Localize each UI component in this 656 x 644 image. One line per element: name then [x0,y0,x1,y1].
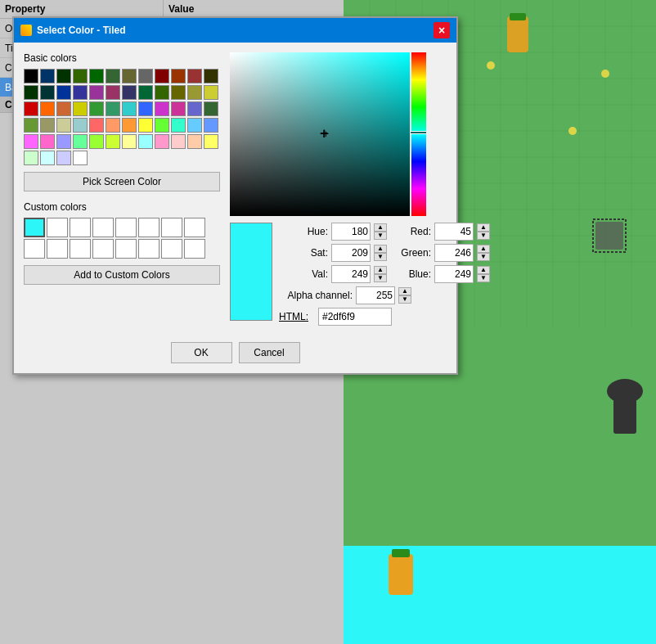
custom-color-cell[interactable] [92,239,114,259]
green-up-btn[interactable]: ▲ [477,245,490,253]
basic-color-cell[interactable] [171,69,186,83]
basic-color-cell[interactable] [138,85,153,100]
val-input[interactable] [331,265,371,283]
basic-color-cell[interactable] [89,69,104,83]
red-input[interactable] [434,223,474,241]
basic-color-cell[interactable] [40,101,55,116]
custom-color-cell[interactable] [24,218,45,237]
basic-color-cell[interactable] [40,69,55,83]
val-up-btn[interactable]: ▲ [374,266,387,274]
basic-color-cell[interactable] [40,85,55,100]
red-down-btn[interactable]: ▼ [477,232,490,240]
basic-color-cell[interactable] [122,101,137,116]
custom-color-cell[interactable] [161,239,182,259]
custom-color-cell[interactable] [161,218,182,237]
basic-color-cell[interactable] [56,118,71,133]
basic-color-cell[interactable] [122,69,137,83]
basic-color-cell[interactable] [106,69,120,83]
sat-up-btn[interactable]: ▲ [374,245,387,253]
alpha-down-btn[interactable]: ▼ [398,295,411,304]
custom-color-cell[interactable] [138,218,160,237]
basic-color-cell[interactable] [89,85,104,100]
basic-color-cell[interactable] [106,118,120,133]
basic-color-cell[interactable] [122,134,137,149]
basic-color-cell[interactable] [40,134,55,149]
custom-color-cell[interactable] [47,239,68,259]
basic-color-cell[interactable] [187,85,202,100]
custom-color-cell[interactable] [115,218,137,237]
basic-color-cell[interactable] [187,69,202,83]
basic-color-cell[interactable] [155,69,169,83]
custom-color-cell[interactable] [184,218,205,237]
basic-color-cell[interactable] [73,134,88,149]
custom-color-cell[interactable] [138,239,160,259]
basic-color-cell[interactable] [138,118,153,133]
basic-color-cell[interactable] [187,101,202,116]
sat-down-btn[interactable]: ▼ [374,253,387,261]
basic-color-cell[interactable] [24,134,38,149]
basic-color-cell[interactable] [73,85,88,100]
basic-color-cell[interactable] [106,85,120,100]
hue-slider[interactable] [411,52,426,216]
basic-color-cell[interactable] [138,69,153,83]
basic-color-cell[interactable] [138,101,153,116]
basic-color-cell[interactable] [24,118,38,133]
basic-color-cell[interactable] [155,85,169,100]
basic-color-cell[interactable] [187,134,202,149]
basic-color-cell[interactable] [73,118,88,133]
basic-color-cell[interactable] [171,134,186,149]
cancel-button[interactable]: Cancel [239,342,300,363]
green-down-btn[interactable]: ▼ [477,253,490,261]
hue-input[interactable] [331,223,371,241]
basic-color-cell[interactable] [24,85,38,100]
custom-color-cell[interactable] [184,239,205,259]
basic-color-cell[interactable] [155,101,169,116]
blue-up-btn[interactable]: ▲ [477,266,490,274]
color-gradient-area[interactable]: + [230,52,426,216]
basic-color-cell[interactable] [155,134,169,149]
basic-color-cell[interactable] [155,118,169,133]
basic-color-cell[interactable] [73,151,88,165]
custom-color-cell[interactable] [70,218,91,237]
basic-color-cell[interactable] [204,85,218,100]
basic-color-cell[interactable] [106,134,120,149]
basic-color-cell[interactable] [73,101,88,116]
green-input[interactable] [434,244,474,262]
add-to-custom-button[interactable]: Add to Custom Colors [24,265,220,285]
custom-color-cell[interactable] [92,218,114,237]
basic-color-cell[interactable] [24,151,38,165]
blue-input[interactable] [434,265,474,283]
custom-color-cell[interactable] [47,218,68,237]
basic-color-cell[interactable] [89,101,104,116]
basic-color-cell[interactable] [24,101,38,116]
custom-color-cell[interactable] [24,239,45,259]
html-input[interactable] [318,308,392,326]
hue-up-btn[interactable]: ▲ [374,223,387,232]
basic-color-cell[interactable] [171,101,186,116]
blue-down-btn[interactable]: ▼ [477,274,490,282]
basic-color-cell[interactable] [56,101,71,116]
ok-button[interactable]: OK [171,342,232,363]
basic-color-cell[interactable] [24,69,38,83]
basic-color-cell[interactable] [204,101,218,116]
basic-color-cell[interactable] [122,85,137,100]
val-down-btn[interactable]: ▼ [374,274,387,282]
custom-color-cell[interactable] [70,239,91,259]
alpha-input[interactable] [356,286,395,304]
color-gradient-square[interactable]: + [230,52,410,216]
basic-color-cell[interactable] [171,85,186,100]
basic-color-cell[interactable] [171,118,186,133]
basic-color-cell[interactable] [187,118,202,133]
custom-color-cell[interactable] [115,239,137,259]
pick-screen-button[interactable]: Pick Screen Color [24,172,220,191]
basic-color-cell[interactable] [40,151,55,165]
basic-color-cell[interactable] [56,134,71,149]
basic-color-cell[interactable] [204,69,218,83]
basic-color-cell[interactable] [204,118,218,133]
basic-color-cell[interactable] [106,101,120,116]
basic-color-cell[interactable] [56,151,71,165]
basic-color-cell[interactable] [56,85,71,100]
alpha-up-btn[interactable]: ▲ [398,287,411,295]
basic-color-cell[interactable] [73,69,88,83]
basic-color-cell[interactable] [56,69,71,83]
